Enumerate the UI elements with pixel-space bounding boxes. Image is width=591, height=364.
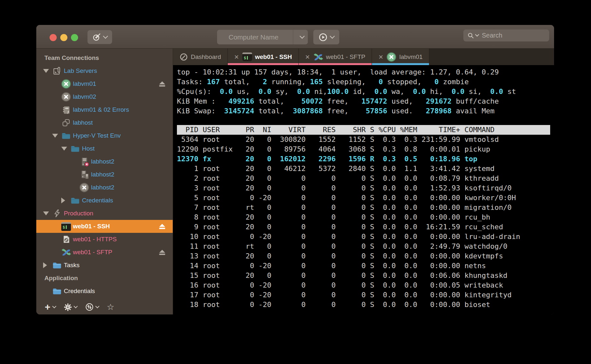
sidebar-item-label: Tasks xyxy=(64,262,80,269)
remote-green-icon xyxy=(61,79,71,89)
sidebar-section-team-connections: Team Connections xyxy=(36,51,173,64)
search-icon xyxy=(467,32,474,39)
section-label: Team Connections xyxy=(44,54,99,62)
settings-button[interactable] xyxy=(64,303,77,311)
remote-green-icon xyxy=(387,52,396,62)
process-row: 17 root 0 -20 0 0 0 S 0.0 0.0 0:00.00 ki… xyxy=(177,290,554,300)
section-label: Application xyxy=(44,275,78,282)
sidebar-item-label: labvm01 & 02 Errors xyxy=(73,106,129,113)
close-window-button[interactable] xyxy=(50,34,57,41)
process-row: 9 root 20 0 0 0 0 S 0.0 0.0 16:21.59 rcu… xyxy=(177,222,554,232)
connect-button[interactable] xyxy=(87,30,112,44)
chevron-down-icon xyxy=(52,304,56,308)
process-row: 3 root 20 0 0 0 0 S 0.0 0.0 1:52.93 ksof… xyxy=(177,183,554,193)
remote-gray-icon xyxy=(79,183,89,192)
process-row: 5 root 0 -20 0 0 0 S 0.0 0.0 0:00.00 kwo… xyxy=(177,193,554,203)
sidebar-item-labvm02[interactable]: labvm02 xyxy=(36,90,173,103)
process-row: 13 root 20 0 0 0 0 S 0.0 0.0 0:00.00 kde… xyxy=(177,251,554,261)
sidebar-item-labhost2[interactable]: labhost2 xyxy=(36,155,173,168)
disclosure-open-icon[interactable] xyxy=(52,134,58,138)
tab-status-underline xyxy=(372,63,429,65)
sidebar-item-web01-ssh[interactable]: $web01 - SSH xyxy=(36,220,173,233)
eject-button[interactable] xyxy=(159,249,166,256)
folder-teal-icon xyxy=(70,144,80,154)
favorites-button[interactable]: ☆ xyxy=(107,303,114,311)
sidebar-item-label: labhost xyxy=(73,119,93,126)
process-row: 11 root rt 0 0 0 0 S 0.0 0.0 2:49.79 wat… xyxy=(177,242,554,251)
terminal-line: KiB Swap: 3145724 total, 3087868 free, 5… xyxy=(177,106,554,116)
sidebar-item-label: Credentials xyxy=(82,197,113,204)
folder-teal-icon xyxy=(61,131,71,141)
remote-gray-icon xyxy=(61,92,71,102)
terminal-icon: $ xyxy=(242,52,252,61)
sidebar-item-tasks[interactable]: Tasks xyxy=(36,259,173,272)
chevron-down-icon xyxy=(475,32,479,37)
sidebar-item-labhost2[interactable]: labhost2 xyxy=(36,168,173,181)
sidebar-item-labhost2[interactable]: labhost2 xyxy=(36,181,173,194)
close-tab-icon[interactable]: × xyxy=(305,53,310,61)
sidebar-item-label: Hyper-V Test Env xyxy=(73,132,121,139)
sidebar-item-credentials[interactable]: Credentials xyxy=(36,194,173,207)
sidebar-item-label: web01 - SSH xyxy=(73,223,110,230)
terminal-line: KiB Mem : 499216 total, 50072 free, 1574… xyxy=(177,97,554,106)
web-page-icon xyxy=(61,234,71,244)
sidebar-toolbar: + ☆ xyxy=(36,300,173,314)
log-notebook-icon xyxy=(61,105,71,115)
process-row: 5364 root 20 0 300820 1552 1152 S 0.3 0.… xyxy=(177,135,554,144)
sidebar-item-production[interactable]: Production xyxy=(36,207,173,220)
close-tab-icon[interactable]: × xyxy=(234,53,239,61)
search-field[interactable]: Search xyxy=(463,29,549,41)
process-row: 8 root 20 0 0 0 0 S 0.0 0.0 0:00.00 rcu_… xyxy=(177,212,554,222)
disclosure-open-icon[interactable] xyxy=(43,211,49,215)
terminal-output[interactable]: top - 10:02:31 up 157 days, 18:34, 1 use… xyxy=(173,65,554,314)
terminal-line: top - 10:02:31 up 157 days, 18:34, 1 use… xyxy=(177,67,554,77)
tab-bar: Dashboard×$web01 - SSH× web01 - SFTP× la… xyxy=(173,49,554,65)
sidebar-item-label: labhost2 xyxy=(91,171,114,178)
sidebar-item-web01-https[interactable]: web01 - HTTPS xyxy=(36,233,173,246)
tab-web01-ssh[interactable]: ×$web01 - SSH xyxy=(228,49,299,65)
eject-button[interactable] xyxy=(159,81,166,87)
eject-button[interactable] xyxy=(159,223,166,230)
sort-icon xyxy=(85,303,94,311)
process-row: 12370 fx 20 0 162012 2296 1596 R 0.3 0.5… xyxy=(177,154,554,164)
chevron-down-icon xyxy=(299,34,305,39)
sort-button[interactable] xyxy=(85,303,99,311)
sidebar-item-host[interactable]: Host xyxy=(36,142,173,155)
process-table-header: PID USER PR NI VIRT RES SHR S %CPU %MEM … xyxy=(177,125,554,135)
process-row: 7 root rt 0 0 0 0 S 0.0 0.0 0:00.00 migr… xyxy=(177,203,554,212)
disclosure-open-icon[interactable] xyxy=(43,69,49,73)
computer-name-dropdown[interactable]: Computer Name xyxy=(217,30,308,44)
star-icon: ☆ xyxy=(107,303,114,311)
sidebar-item-label: labhost2 xyxy=(91,158,114,165)
disclosure-open-icon[interactable] xyxy=(61,147,67,151)
terminal-line: %Cpu(s): 0.0 us, 0.0 sy, 0.0 ni,100.0 id… xyxy=(177,87,554,97)
top-summary: top - 10:02:31 up 157 days, 18:34, 1 use… xyxy=(177,67,554,116)
sidebar-item-labvm01-02-errors[interactable]: labvm01 & 02 Errors xyxy=(36,103,173,116)
add-button[interactable]: + xyxy=(45,303,56,311)
process-row: 15 root 20 0 0 0 0 S 0.0 0.0 0:06.06 khu… xyxy=(177,271,554,280)
tab-status-underline xyxy=(299,63,372,65)
sidebar-item-labhost[interactable]: labhost xyxy=(36,116,173,129)
execute-button[interactable] xyxy=(313,30,339,44)
zoom-window-button[interactable] xyxy=(71,34,78,41)
sidebar-item-label: Lab Servers xyxy=(64,67,97,74)
play-circle-icon xyxy=(319,33,328,42)
disclosure-closed-icon[interactable] xyxy=(61,198,65,203)
terminal-icon: $ xyxy=(61,222,71,231)
close-tab-icon[interactable]: × xyxy=(378,53,383,61)
folder-teal-icon xyxy=(70,196,80,205)
sidebar-item-credentials[interactable]: Credentials xyxy=(36,285,173,298)
sidebar-item-lab-servers[interactable]: Lab Servers xyxy=(36,64,173,77)
tab-web01-sftp[interactable]: × web01 - SFTP xyxy=(299,49,372,65)
sidebar-item-web01-sftp[interactable]: web01 - SFTP xyxy=(36,246,173,259)
sidebar-item-labvm01[interactable]: labvm01 xyxy=(36,77,173,90)
sidebar-item-hyper-v-test-env[interactable]: Hyper-V Test Env xyxy=(36,129,173,142)
gear-icon xyxy=(64,303,72,311)
process-row: 10 root 0 -20 0 0 0 S 0.0 0.0 0:00.00 lr… xyxy=(177,232,554,242)
process-row: 18 root 0 -20 0 0 0 S 0.0 0.0 0:00.00 bi… xyxy=(177,300,554,310)
tab-labvm01[interactable]: × labvm01 xyxy=(372,49,429,65)
disclosure-closed-icon[interactable] xyxy=(43,262,47,268)
minimize-window-button[interactable] xyxy=(60,34,67,41)
tab-dashboard[interactable]: Dashboard xyxy=(173,49,228,65)
sftp-icon xyxy=(61,247,71,257)
